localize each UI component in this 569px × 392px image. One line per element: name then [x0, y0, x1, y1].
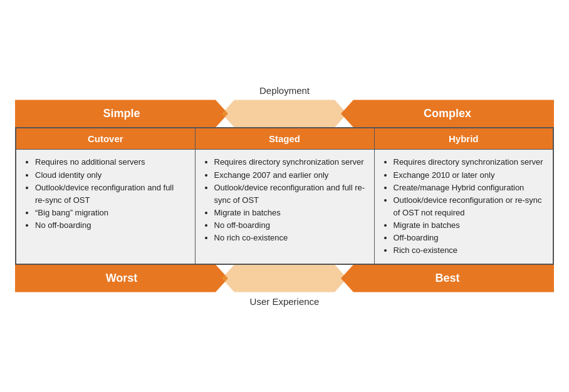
list-item: Cloud identity only	[35, 169, 186, 182]
list-item: No off-boarding	[35, 219, 186, 232]
cutover-list: Requires no additional servers Cloud ide…	[25, 156, 186, 232]
list-item: Create/manage Hybrid configuration	[394, 182, 545, 194]
col-header-staged: Staged	[195, 128, 374, 150]
list-item: Requires directory synchronization serve…	[394, 156, 545, 168]
ux-arrow-row: Worst Best	[15, 265, 554, 292]
mid-arrow-connector	[222, 100, 347, 127]
list-item: Requires no additional servers	[35, 156, 186, 168]
list-item: No off-boarding	[214, 219, 365, 232]
deployment-label: Deployment	[259, 85, 310, 96]
ux-label: User Experience	[250, 296, 320, 307]
list-item: Exchange 2010 or later only	[394, 169, 545, 182]
hybrid-list: Requires directory synchronization serve…	[384, 156, 545, 257]
list-item: Migrate in batches	[214, 207, 365, 219]
complex-arrow: Complex	[341, 100, 554, 127]
hybrid-cell: Requires directory synchronization serve…	[374, 150, 553, 264]
simple-arrow: Simple	[15, 100, 228, 127]
staged-cell: Requires directory synchronization serve…	[195, 150, 374, 264]
list-item: Outlook/device reconfiguration and full …	[214, 182, 365, 207]
list-item: Migrate in batches	[394, 219, 545, 232]
list-item: Exchange 2007 and earlier only	[214, 169, 365, 182]
deployment-arrow-row: Simple Complex	[15, 100, 554, 127]
cutover-cell: Requires no additional servers Cloud ide…	[16, 150, 195, 264]
main-container: Deployment Simple Complex Cutover Staged…	[15, 85, 554, 306]
col-header-hybrid: Hybrid	[374, 128, 553, 150]
col-header-cutover: Cutover	[16, 128, 195, 150]
table-content-row: Requires no additional servers Cloud ide…	[16, 150, 553, 264]
best-arrow: Best	[341, 265, 554, 292]
staged-list: Requires directory synchronization serve…	[204, 156, 365, 244]
list-item: Off-boarding	[394, 232, 545, 244]
mid-arrow-bottom-connector	[222, 265, 347, 292]
list-item: No rich co-existence	[214, 232, 365, 244]
list-item: “Big bang” migration	[35, 207, 186, 219]
comparison-table: Cutover Staged Hybrid Requires no additi…	[15, 127, 554, 264]
table-header-row: Cutover Staged Hybrid	[16, 128, 553, 150]
worst-arrow: Worst	[15, 265, 228, 292]
list-item: Rich co-existence	[394, 244, 545, 257]
comparison-table-wrapper: Cutover Staged Hybrid Requires no additi…	[15, 127, 554, 264]
list-item: Requires directory synchronization serve…	[214, 156, 365, 168]
list-item: Outlook/device reconfiguration or re-syn…	[394, 194, 545, 219]
list-item: Outlook/device reconfiguration and full …	[35, 182, 186, 207]
